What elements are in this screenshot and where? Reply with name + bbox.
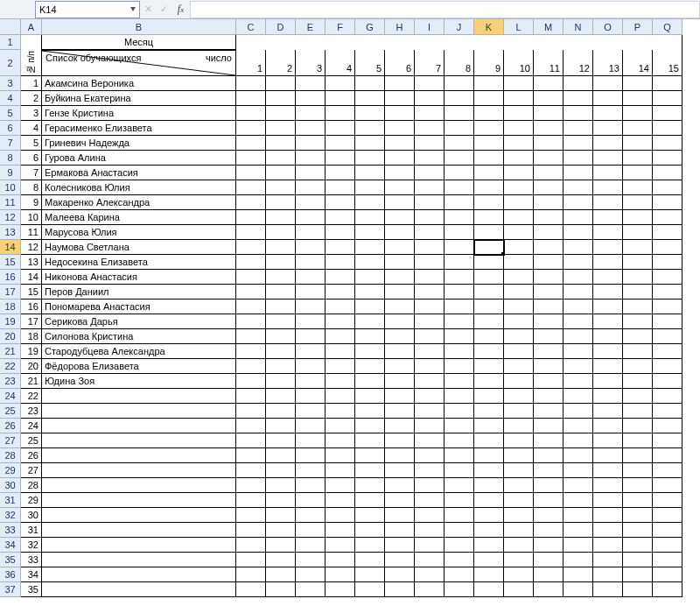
cell[interactable] <box>385 448 415 463</box>
cell[interactable] <box>326 448 355 463</box>
formula-input[interactable] <box>191 1 700 18</box>
cell[interactable] <box>355 180 385 195</box>
cell[interactable] <box>623 567 653 582</box>
cell[interactable] <box>504 567 534 582</box>
cell[interactable]: 8 <box>444 50 474 76</box>
cell[interactable] <box>593 255 623 270</box>
cell[interactable] <box>42 538 236 553</box>
cell[interactable]: 21 <box>21 374 42 389</box>
cell[interactable] <box>326 314 355 329</box>
cell[interactable] <box>42 523 236 538</box>
cell[interactable] <box>444 553 474 567</box>
cell[interactable] <box>653 285 682 299</box>
cell[interactable] <box>444 240 474 255</box>
cell[interactable]: 4 <box>326 50 355 76</box>
cell[interactable] <box>623 493 653 508</box>
cell[interactable] <box>534 463 564 478</box>
cell[interactable] <box>236 91 266 106</box>
cell[interactable] <box>266 493 296 508</box>
cell[interactable] <box>355 419 385 433</box>
cell[interactable] <box>444 314 474 329</box>
cell[interactable] <box>355 166 385 180</box>
cell[interactable] <box>42 389 236 404</box>
cell[interactable] <box>266 255 296 270</box>
cell[interactable] <box>42 463 236 478</box>
cell[interactable] <box>266 463 296 478</box>
cell[interactable] <box>42 508 236 523</box>
cell[interactable]: 5 <box>355 50 385 76</box>
cell[interactable] <box>593 553 623 567</box>
cell[interactable] <box>534 35 564 50</box>
cell[interactable] <box>355 329 385 344</box>
cell[interactable]: Пономарева Анастасия <box>42 299 236 314</box>
cell[interactable] <box>534 314 564 329</box>
cell[interactable] <box>296 151 326 166</box>
cell[interactable] <box>415 240 444 255</box>
cell[interactable] <box>504 180 534 195</box>
cell[interactable] <box>355 195 385 210</box>
cell[interactable] <box>444 567 474 582</box>
cell[interactable] <box>444 389 474 404</box>
cell[interactable] <box>474 359 504 374</box>
cell[interactable] <box>326 389 355 404</box>
cell[interactable] <box>653 523 682 538</box>
cell[interactable] <box>534 285 564 299</box>
cell[interactable] <box>266 553 296 567</box>
row-header[interactable]: 37 <box>0 582 21 597</box>
cell[interactable] <box>415 433 444 448</box>
cell[interactable] <box>593 374 623 389</box>
cell[interactable] <box>444 329 474 344</box>
row-header[interactable]: 24 <box>0 389 21 404</box>
cell[interactable] <box>444 463 474 478</box>
cell[interactable] <box>415 508 444 523</box>
cell[interactable] <box>653 508 682 523</box>
cell[interactable] <box>504 344 534 359</box>
column-header[interactable]: Q <box>653 19 682 35</box>
cell[interactable]: 7 <box>415 50 444 76</box>
cell[interactable] <box>474 76 504 91</box>
cell[interactable] <box>326 270 355 285</box>
cell[interactable] <box>296 463 326 478</box>
cell[interactable] <box>326 106 355 121</box>
cell[interactable] <box>444 151 474 166</box>
cell[interactable] <box>504 329 534 344</box>
cell[interactable]: 17 <box>21 314 42 329</box>
cell[interactable] <box>593 433 623 448</box>
cell[interactable] <box>355 91 385 106</box>
cells-area[interactable]: Месяц№ п/пСписок обучающихсячисло1234567… <box>21 35 682 597</box>
cell[interactable] <box>564 538 593 553</box>
cell[interactable] <box>474 270 504 285</box>
cell[interactable] <box>296 448 326 463</box>
cell[interactable] <box>444 374 474 389</box>
cell[interactable] <box>623 76 653 91</box>
cell[interactable] <box>504 508 534 523</box>
cell[interactable] <box>623 151 653 166</box>
cell[interactable] <box>474 314 504 329</box>
cell[interactable] <box>474 329 504 344</box>
cell[interactable] <box>504 225 534 240</box>
cell[interactable] <box>236 359 266 374</box>
cell[interactable]: 7 <box>21 166 42 180</box>
column-header[interactable]: H <box>385 19 415 35</box>
cell[interactable] <box>444 419 474 433</box>
cell[interactable]: 23 <box>21 404 42 419</box>
cell[interactable] <box>326 419 355 433</box>
cell[interactable] <box>593 314 623 329</box>
cell[interactable] <box>385 166 415 180</box>
cell[interactable] <box>564 225 593 240</box>
cell[interactable] <box>593 270 623 285</box>
cell[interactable] <box>385 314 415 329</box>
cell[interactable]: 28 <box>21 478 42 493</box>
cell[interactable] <box>474 255 504 270</box>
cell[interactable] <box>653 463 682 478</box>
cell[interactable] <box>593 76 623 91</box>
cell[interactable] <box>534 433 564 448</box>
cell[interactable] <box>623 359 653 374</box>
name-box[interactable]: K14 <box>35 1 140 18</box>
cell[interactable] <box>266 240 296 255</box>
cell[interactable] <box>474 121 504 136</box>
cell[interactable] <box>415 270 444 285</box>
cell[interactable] <box>474 404 504 419</box>
cell[interactable] <box>444 225 474 240</box>
cell[interactable] <box>326 329 355 344</box>
